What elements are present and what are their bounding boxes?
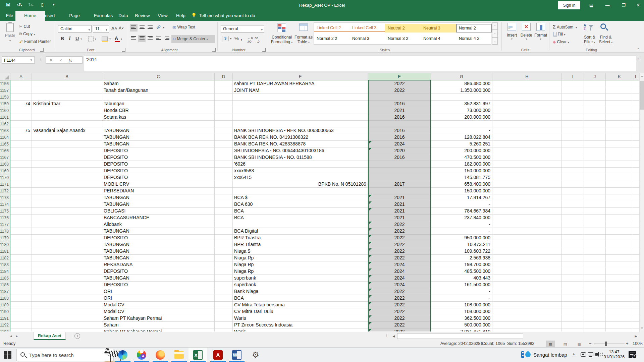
cell-I1176[interactable]	[562, 215, 584, 221]
font-dialog-launcher[interactable]	[122, 48, 125, 52]
cell-G1182[interactable]: 2.569.938	[431, 255, 492, 261]
underline-arrow[interactable]: ▾	[80, 38, 82, 41]
zoom-in-icon[interactable]: +	[626, 341, 629, 346]
cell-I1168[interactable]	[562, 161, 584, 168]
column-header-E[interactable]: E	[233, 73, 368, 80]
cell-I1180[interactable]	[562, 241, 584, 248]
cell-I1193[interactable]	[562, 328, 584, 331]
cell-E1169[interactable]: xxxx6583	[233, 168, 368, 174]
cell-K1173[interactable]	[606, 194, 633, 201]
cell-B1170[interactable]	[32, 174, 102, 181]
cell-C1188[interactable]: ORI	[102, 295, 215, 302]
cell-F1158[interactable]	[368, 94, 431, 101]
cell-B1164[interactable]	[32, 134, 102, 141]
cell-G1162[interactable]	[431, 121, 492, 127]
cell-L1185[interactable]	[633, 275, 639, 282]
number-format-combo[interactable]: General▾	[221, 25, 264, 33]
cell-E1185[interactable]: superbank	[233, 275, 368, 282]
cell-C1192[interactable]: Saham	[102, 322, 215, 328]
cell-G1172[interactable]: 150.000.000	[431, 188, 492, 194]
ribbon-tab-review[interactable]: Review	[135, 11, 150, 21]
cell-B1169[interactable]	[32, 168, 102, 174]
cell-F1159[interactable]: 2016	[368, 101, 431, 107]
cell-B1178[interactable]	[32, 228, 102, 235]
row-header-1166[interactable]: 1166	[0, 147, 10, 154]
row-header-1172[interactable]: 1172	[0, 188, 10, 194]
cell-E1187[interactable]: Bank Niaga	[233, 288, 368, 295]
cell-A1174[interactable]	[10, 201, 32, 208]
cell-K1165[interactable]	[606, 141, 633, 147]
cell-F1190[interactable]: 2022	[368, 308, 431, 315]
cell-E1184[interactable]: Niaga Rp	[233, 268, 368, 275]
cell-E1181[interactable]: Niaga $	[233, 248, 368, 255]
cell-J1161[interactable]	[584, 114, 606, 121]
cell-G1173[interactable]: 17.814.267	[431, 194, 492, 201]
cell-L1177[interactable]	[633, 221, 639, 228]
cell-L1182[interactable]	[633, 255, 639, 261]
cell-H1182[interactable]	[492, 255, 562, 261]
cell-J1178[interactable]	[584, 228, 606, 235]
cell-J1174[interactable]	[584, 201, 606, 208]
cell-B1165[interactable]	[32, 141, 102, 147]
cell-J1167[interactable]	[584, 154, 606, 161]
cell-H1169[interactable]	[492, 168, 562, 174]
cell-I1156[interactable]	[562, 80, 584, 87]
align-center-button[interactable]	[138, 35, 146, 42]
cell-C1167[interactable]: DEPOSITO	[102, 154, 215, 161]
row-header-1180[interactable]: 1180	[0, 241, 10, 248]
cell-L1168[interactable]	[633, 161, 639, 168]
cell-D1177[interactable]	[215, 221, 233, 228]
enter-icon[interactable]: ✓	[59, 58, 63, 63]
cell-F1188[interactable]: 2022	[368, 295, 431, 302]
cell-J1162[interactable]	[584, 121, 606, 127]
row-header-1165[interactable]: 1165	[0, 141, 10, 147]
cell-F1184[interactable]: 2024	[368, 268, 431, 275]
taskbar-clock[interactable]: 13:4731/01/2026	[603, 350, 625, 360]
cell-H1191[interactable]	[492, 315, 562, 322]
cell-C1170[interactable]: DEPOSITO	[102, 174, 215, 181]
cell-B1184[interactable]	[32, 268, 102, 275]
align-right-button[interactable]	[146, 35, 154, 42]
cell-E1180[interactable]: BPR Triastra	[233, 241, 368, 248]
cell-A1177[interactable]	[10, 221, 32, 228]
cell-K1174[interactable]	[606, 201, 633, 208]
row-header-1192[interactable]: 1192	[0, 322, 10, 328]
cell-B1188[interactable]	[32, 295, 102, 302]
fill-color-button[interactable]	[102, 37, 108, 41]
cell-J1186[interactable]	[584, 282, 606, 288]
cell-F1164[interactable]: 2016	[368, 134, 431, 141]
cell-C1178[interactable]: TABUNGAN	[102, 228, 215, 235]
column-header-H[interactable]: H	[492, 73, 562, 80]
cell-E1193[interactable]: Waris	[233, 328, 368, 331]
cell-K1175[interactable]	[606, 208, 633, 215]
cell-B1191[interactable]	[32, 315, 102, 322]
cell-E1183[interactable]: Niaga Rp	[233, 261, 368, 268]
row-header-1182[interactable]: 1182	[0, 255, 10, 261]
cell-J1172[interactable]	[584, 188, 606, 194]
cell-B1166[interactable]	[32, 147, 102, 154]
cell-D1169[interactable]	[215, 168, 233, 174]
cell-H1157[interactable]	[492, 87, 562, 94]
clipboard-dialog-launcher[interactable]	[40, 48, 44, 52]
cell-L1192[interactable]	[633, 322, 639, 328]
cell-A1156[interactable]	[10, 80, 32, 87]
cell-L1187[interactable]	[633, 288, 639, 295]
borders-arrow[interactable]: ▾	[95, 38, 96, 41]
cell-F1167[interactable]: 2016	[368, 154, 431, 161]
cell-B1190[interactable]	[32, 308, 102, 315]
row-header-1175[interactable]: 1175	[0, 208, 10, 215]
cell-H1184[interactable]	[492, 268, 562, 275]
font-color-arrow[interactable]: ▾	[121, 38, 122, 41]
borders-button[interactable]	[88, 37, 94, 42]
tell-me-box[interactable]: Tell me what you want to do	[199, 11, 255, 21]
cell-K1160[interactable]	[606, 107, 633, 114]
new-sheet-button[interactable]: +	[74, 333, 80, 339]
cell-L1160[interactable]	[633, 107, 639, 114]
cell-L1174[interactable]	[633, 201, 639, 208]
cell-G1191[interactable]: 362.500.000	[431, 315, 492, 322]
cell-B1193[interactable]	[32, 328, 102, 331]
accounting-arrow[interactable]: ▾	[230, 37, 231, 40]
select-all-button[interactable]	[0, 73, 10, 80]
style-normal-4[interactable]: Normal 4	[421, 34, 456, 43]
cell-F1163[interactable]: 2016	[368, 127, 431, 134]
